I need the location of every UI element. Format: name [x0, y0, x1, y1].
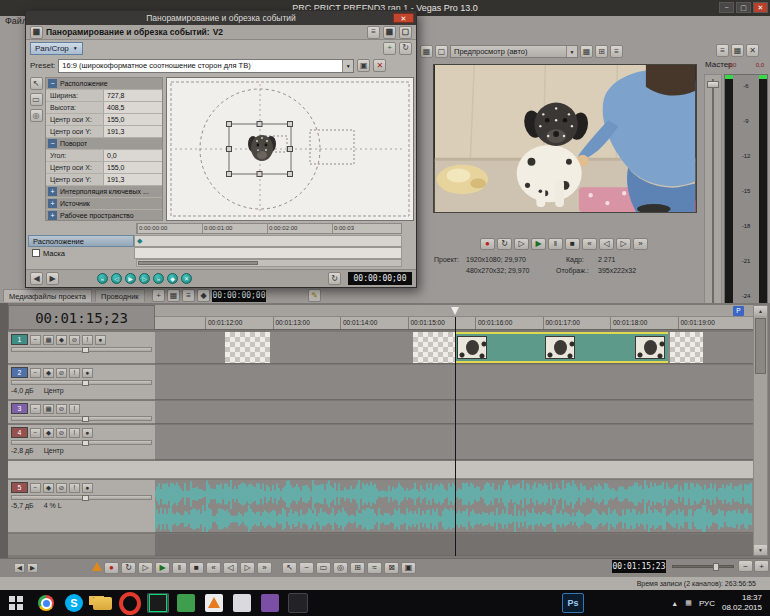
property-value[interactable]: 408,5 — [104, 102, 162, 113]
taskbar-skype-icon[interactable]: S — [63, 593, 85, 613]
record-arm-icon[interactable]: ● — [82, 483, 93, 493]
play-from-start-icon[interactable]: ▷ — [514, 238, 529, 250]
track-volume[interactable]: -5,7 дБ — [11, 502, 34, 509]
taskbar-vegas-icon[interactable] — [147, 593, 169, 613]
tab-explorer[interactable]: Проводник — [95, 289, 145, 302]
property-value[interactable]: 155,0 — [104, 162, 162, 173]
track-minimize-icon[interactable]: − — [30, 404, 41, 414]
keyframe-ruler[interactable]: 0:00:00:000:00:01:000:00:02:000:00:03 — [136, 223, 402, 234]
last-keyframe-icon[interactable]: » — [153, 273, 164, 284]
record-icon[interactable]: ● — [104, 562, 119, 574]
stop-icon[interactable]: ■ — [565, 238, 580, 250]
property-group-header[interactable]: +Рабочее пространство — [46, 210, 162, 221]
overlay-grid-icon[interactable]: ▦ — [580, 45, 593, 58]
zoom-slider[interactable] — [672, 565, 734, 568]
pause-icon[interactable]: ‖ — [548, 238, 563, 250]
solo-icon[interactable]: ! — [69, 483, 80, 493]
go-start-icon[interactable]: « — [582, 238, 597, 250]
envelope-icon[interactable]: ~ — [299, 562, 314, 574]
next-frame-icon[interactable]: ▷ — [616, 238, 631, 250]
loop-icon[interactable]: ↻ — [497, 238, 512, 250]
warning-icon[interactable] — [92, 562, 102, 571]
preview-menu-icon[interactable]: ≡ — [610, 45, 623, 58]
expand-toggle-icon[interactable]: + — [48, 187, 57, 196]
track-minimize-icon[interactable]: − — [30, 335, 41, 345]
next-frame-icon[interactable]: ▷ — [240, 562, 255, 574]
zoom-out-icon[interactable]: − — [738, 560, 753, 572]
property-group-header[interactable]: −Расположение — [46, 78, 162, 90]
track-content-2[interactable] — [155, 365, 753, 400]
track-color-chip[interactable]: 1 — [11, 334, 28, 345]
transparent-clip-segment[interactable] — [670, 332, 703, 363]
minimize-icon[interactable]: − — [719, 2, 734, 13]
taskbar-green-app-icon[interactable] — [175, 593, 197, 613]
expand-toggle-icon[interactable]: + — [48, 211, 57, 220]
dock-menu-icon[interactable]: ≡ — [367, 26, 380, 39]
playhead-handle[interactable] — [451, 307, 459, 315]
track-fx-icon[interactable]: ◆ — [43, 368, 54, 378]
track-level-slider[interactable] — [11, 347, 152, 352]
master-menu-icon[interactable]: ≡ — [716, 44, 729, 57]
property-group-header[interactable]: −Поворот — [46, 138, 162, 150]
selection-tool-icon[interactable]: ▭ — [30, 93, 43, 106]
normal-edit-tool-icon[interactable]: ↖ — [30, 77, 43, 90]
track-content-5[interactable] — [155, 480, 753, 533]
video-preview[interactable] — [433, 64, 697, 213]
add-keyframe-icon[interactable]: + — [383, 42, 396, 55]
taskbar-opera-icon[interactable] — [119, 593, 141, 613]
play-icon[interactable]: ▶ — [125, 273, 136, 284]
menu-file[interactable]: Файл — [5, 16, 27, 26]
taskbar-photoshop-icon[interactable]: Ps — [562, 593, 584, 613]
external-monitor-icon[interactable]: ▢ — [435, 45, 448, 58]
loop-icon[interactable]: ↻ — [121, 562, 136, 574]
video-props-icon[interactable]: ▦ — [420, 45, 433, 58]
play-icon[interactable]: ▶ — [155, 562, 170, 574]
snapshot-icon[interactable]: ⊞ — [595, 45, 608, 58]
go-end-icon[interactable]: » — [633, 238, 648, 250]
keyframe-icon[interactable]: ◆ — [137, 236, 142, 246]
keyframe-track-disabled[interactable] — [134, 247, 402, 259]
save-preset-icon[interactable]: ▣ — [357, 59, 370, 72]
solo-icon[interactable]: ! — [69, 368, 80, 378]
keyframe-track[interactable]: ◆ — [134, 235, 402, 247]
fader-thumb[interactable] — [707, 81, 719, 88]
scroll-left-icon[interactable]: ◀ — [14, 563, 25, 573]
selected-video-clip[interactable] — [455, 332, 668, 363]
track-level-slider[interactable] — [11, 440, 152, 445]
mute-icon[interactable]: ⊘ — [69, 335, 80, 345]
solo-icon[interactable]: ! — [69, 404, 80, 414]
timeline-vscrollbar[interactable]: ▲ ▼ — [753, 305, 768, 556]
track-content-3[interactable] — [155, 401, 753, 424]
go-end-icon[interactable]: » — [257, 562, 272, 574]
track-header-4[interactable]: 4 − ◆ ⊘ ! ● -2,8 дБ Центр — [8, 425, 155, 460]
playhead[interactable] — [455, 317, 456, 556]
track-fx-icon[interactable]: ◆ — [43, 483, 54, 493]
prev-frame-icon[interactable]: ◁ — [223, 562, 238, 574]
transparent-clip-segment[interactable] — [225, 332, 270, 363]
normal-edit-icon[interactable]: ↖ — [282, 562, 297, 574]
vscroll-thumb[interactable] — [755, 318, 766, 374]
track-color-chip[interactable]: 5 — [11, 482, 28, 493]
mute-icon[interactable]: ⊘ — [56, 404, 67, 414]
track-content-4[interactable] — [155, 425, 753, 460]
track-pan[interactable]: 4 % L — [44, 502, 62, 509]
marker-flag[interactable]: P — [733, 306, 744, 316]
scroll-right-icon[interactable]: ▶ — [27, 563, 38, 573]
tab-project-media[interactable]: Медиафайлы проекта — [3, 289, 92, 302]
keyframe-track-label[interactable]: Расположение — [28, 235, 134, 247]
taskbar-vlc-icon[interactable] — [203, 593, 225, 613]
dock-add-icon[interactable]: + — [152, 289, 165, 302]
track-header-2[interactable]: 2 − ◆ ⊘ ! ● -4,0 дБ Центр — [8, 365, 155, 400]
language-indicator[interactable]: РУС — [699, 599, 715, 608]
keyframe-scrollbar[interactable] — [136, 259, 402, 267]
tray-up-icon[interactable]: ▲ — [671, 600, 678, 607]
mute-icon[interactable]: ⊘ — [56, 368, 67, 378]
property-group-header[interactable]: +Источник — [46, 198, 162, 210]
record-arm-icon[interactable]: ● — [95, 335, 106, 345]
dialog-close-icon[interactable]: ✕ — [393, 13, 414, 23]
dock-grid-icon[interactable]: ▦ — [167, 289, 180, 302]
expand-toggle-icon[interactable]: − — [48, 139, 57, 148]
property-value[interactable]: 191,3 — [104, 126, 162, 137]
solo-icon[interactable]: ! — [69, 428, 80, 438]
prev-keyframe-icon[interactable]: ◁ — [111, 273, 122, 284]
